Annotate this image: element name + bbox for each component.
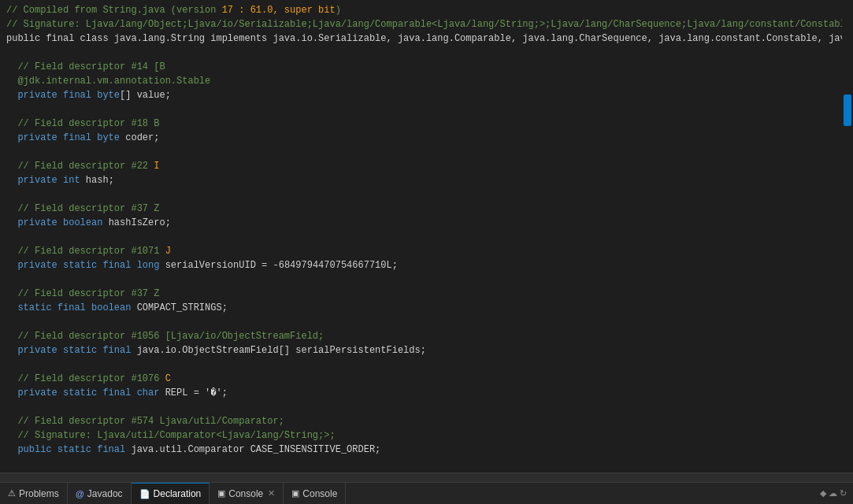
tab-console-1[interactable]: ▣ Console ✕ [210,483,284,504]
tab-console-2[interactable]: ▣ Console [284,483,346,504]
tab-declaration-label: Declaration [154,488,202,499]
tab-declaration[interactable]: 📄 Declaration [132,483,210,504]
right-status: ◆ ☁ ↻ [820,488,853,498]
status-icons: ◆ ☁ ↻ [820,488,847,498]
javadoc-icon: @ [76,489,84,498]
code-area[interactable]: // Compiled from String.java (version 17… [0,0,842,472]
problems-icon: ⚠ [8,488,16,498]
code-wrapper: // Compiled from String.java (version 17… [0,0,853,472]
console2-icon: ▣ [291,488,299,498]
declaration-icon: 📄 [139,489,150,499]
tab-javadoc[interactable]: @ Javadoc [68,483,132,504]
right-gutter [842,0,853,472]
tab-console2-label: Console [302,488,337,499]
tab-problems[interactable]: ⚠ Problems [0,483,68,504]
bottom-bar: ⚠ Problems @ Javadoc 📄 Declaration ▣ Con… [0,482,853,504]
horizontal-scrollbar[interactable] [0,472,853,482]
tab-console1-label: Console [228,488,263,499]
console1-icon: ▣ [217,488,225,498]
tab-problems-label: Problems [19,488,59,499]
tab-javadoc-label: Javadoc [87,488,123,499]
scroll-marker [844,94,851,126]
console1-close-button[interactable]: ✕ [268,488,275,498]
